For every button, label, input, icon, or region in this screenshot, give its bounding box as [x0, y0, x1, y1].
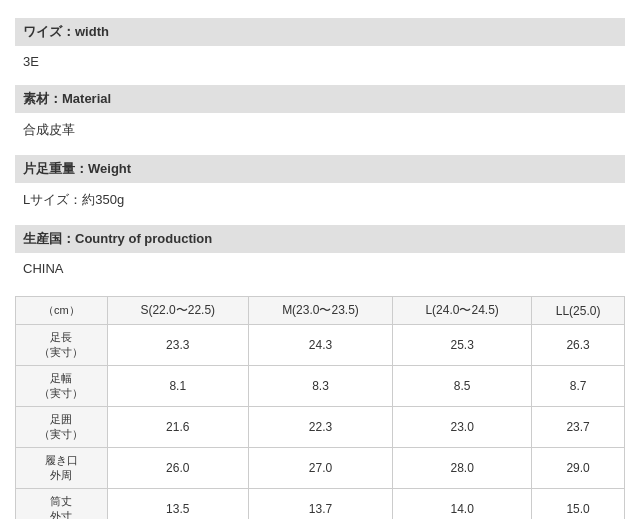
weight-section: 片足重量：Weight Lサイズ：約350g [15, 155, 625, 217]
table-cell-3-3: 29.0 [532, 448, 625, 489]
table-col-s: S(22.0〜22.5) [107, 297, 248, 325]
table-cell-2-0: 21.6 [107, 407, 248, 448]
table-row-header-0: 足長 （実寸） [16, 325, 108, 366]
weight-header: 片足重量：Weight [15, 155, 625, 183]
table-row-header-4: 筒丈 外寸 [16, 489, 108, 520]
country-value: CHINA [15, 257, 625, 284]
table-row-header-2: 足囲 （実寸） [16, 407, 108, 448]
table-cell-3-0: 26.0 [107, 448, 248, 489]
width-value: 3E [15, 50, 625, 77]
table-cell-1-1: 8.3 [248, 366, 392, 407]
table-col-m: M(23.0〜23.5) [248, 297, 392, 325]
table-cell-2-3: 23.7 [532, 407, 625, 448]
table-cell-2-2: 23.0 [393, 407, 532, 448]
table-cell-0-2: 25.3 [393, 325, 532, 366]
table-cell-0-0: 23.3 [107, 325, 248, 366]
table-row-header-3: 履き口 外周 [16, 448, 108, 489]
table-cell-4-3: 15.0 [532, 489, 625, 520]
width-header: ワイズ：width [15, 18, 625, 46]
table-cell-0-3: 26.3 [532, 325, 625, 366]
country-header: 生産国：Country of production [15, 225, 625, 253]
table-col-l: L(24.0〜24.5) [393, 297, 532, 325]
table-cell-3-2: 28.0 [393, 448, 532, 489]
table-cell-1-3: 8.7 [532, 366, 625, 407]
table-cell-2-1: 22.3 [248, 407, 392, 448]
material-value: 合成皮革 [15, 117, 625, 147]
table-cell-3-1: 27.0 [248, 448, 392, 489]
weight-value: Lサイズ：約350g [15, 187, 625, 217]
country-section: 生産国：Country of production CHINA [15, 225, 625, 284]
size-table: （cm） S(22.0〜22.5) M(23.0〜23.5) L(24.0〜24… [15, 296, 625, 519]
material-section: 素材：Material 合成皮革 [15, 85, 625, 147]
table-cell-0-1: 24.3 [248, 325, 392, 366]
table-row-header-1: 足幅 （実寸） [16, 366, 108, 407]
table-cell-4-2: 14.0 [393, 489, 532, 520]
table-cell-1-2: 8.5 [393, 366, 532, 407]
table-cell-1-0: 8.1 [107, 366, 248, 407]
width-section: ワイズ：width 3E [15, 18, 625, 77]
table-col-ll: LL(25.0) [532, 297, 625, 325]
table-unit-header: （cm） [16, 297, 108, 325]
table-cell-4-0: 13.5 [107, 489, 248, 520]
table-cell-4-1: 13.7 [248, 489, 392, 520]
material-header: 素材：Material [15, 85, 625, 113]
